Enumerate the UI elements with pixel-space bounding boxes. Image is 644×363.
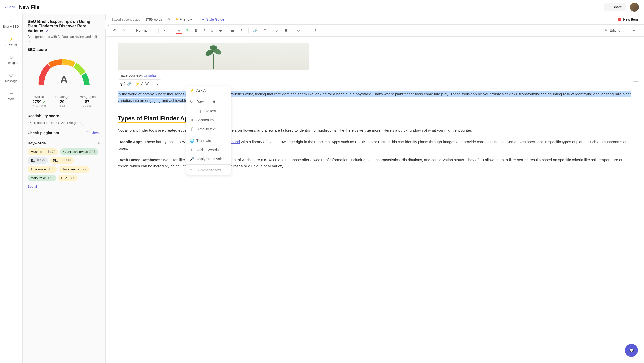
target-icon: ◎ bbox=[8, 18, 13, 23]
link-button[interactable]: 🔗 bbox=[252, 27, 259, 34]
style-guide-button[interactable]: ✦ Style Guide bbox=[202, 17, 224, 21]
stat-words-val: 2759 bbox=[32, 100, 42, 104]
chevron-down-icon: ⌄ bbox=[622, 28, 625, 32]
chevron-left-icon: ‹ bbox=[5, 5, 6, 9]
external-link-icon[interactable]: ↗ bbox=[45, 29, 49, 33]
underline-button[interactable]: U bbox=[209, 27, 215, 34]
collapse-sidebar-button[interactable]: ‹ bbox=[105, 20, 111, 29]
brief-title: SEO Brief : Expert Tips on Using Plant F… bbox=[28, 19, 100, 33]
editing-mode-select[interactable]: ✎ Editing ⌄ bbox=[601, 27, 628, 34]
back-button[interactable]: ‹ Back bbox=[5, 5, 15, 9]
leftbar-ai-images[interactable]: ▢ AI Images bbox=[0, 51, 22, 69]
tone-selector[interactable]: Friendly ⌄ bbox=[176, 17, 196, 21]
chevron-down-icon: ⌄ bbox=[149, 28, 152, 32]
readability-title: Readability score bbox=[28, 114, 100, 118]
topbar: ‹ Back New File ⇧ Share bbox=[0, 0, 644, 14]
new-item-label: New Item bbox=[623, 17, 638, 21]
dd-keywords[interactable]: ✦Add keywords bbox=[186, 145, 231, 154]
stat-headings-val: 20 bbox=[55, 100, 69, 104]
editor-toolbar: ↶ ↷ Normal ⌄ ≡⌄ A ✎ B I U S ☰ ⒈ bbox=[106, 25, 644, 37]
dd-translate[interactable]: 🌐Translate bbox=[186, 136, 231, 145]
see-all-link[interactable]: See all bbox=[28, 185, 100, 188]
keyword-tag[interactable]: Rose seeds3 / 2 bbox=[59, 166, 90, 173]
avatar[interactable] bbox=[630, 3, 639, 12]
link-icon[interactable]: 🔗 bbox=[127, 82, 131, 86]
dd-ask-ai[interactable]: ⚡Ask AI bbox=[186, 86, 231, 95]
keyword-tag[interactable]: Ear0 / 25 bbox=[28, 157, 48, 164]
sparkle-icon: ✦ bbox=[202, 17, 205, 21]
leftbar-label: Message bbox=[5, 79, 17, 83]
edit-icon[interactable]: ✎ bbox=[97, 141, 100, 145]
more-toolbar-button[interactable]: ⋯ bbox=[631, 27, 638, 34]
undo-button[interactable]: ↶ bbox=[112, 27, 118, 34]
message-icon: 💬 bbox=[9, 73, 14, 78]
dd-simplify[interactable]: ⓘSimplify text bbox=[186, 124, 231, 134]
improve-icon: ↗ bbox=[190, 109, 194, 113]
keyword-tag[interactable]: Matsutake4 / 3 bbox=[28, 175, 56, 182]
keywords-title: Keywords bbox=[28, 141, 46, 145]
ai-writer-label: AI Writer bbox=[141, 82, 155, 86]
video-button[interactable]: ▷ bbox=[274, 27, 280, 34]
editing-label: Editing bbox=[610, 28, 620, 32]
export-button[interactable]: ⬇ bbox=[313, 27, 319, 34]
emoji-button[interactable]: ☺ bbox=[295, 27, 302, 34]
ai-dropdown: ⚡Ask AI ↻Rewrite text ↗Improve text ⇥Sho… bbox=[186, 86, 231, 175]
dd-improve[interactable]: ↗Improve text bbox=[186, 106, 231, 115]
dd-rewrite[interactable]: ↻Rewrite text bbox=[186, 97, 231, 106]
redo-button[interactable]: ↷ bbox=[121, 27, 127, 34]
dd-brand-voice[interactable]: 🎤Apply brand voice bbox=[186, 154, 231, 163]
translate-icon: 🌐 bbox=[190, 139, 194, 143]
chevron-down-icon: ⌄ bbox=[156, 82, 159, 86]
add-block-button[interactable]: + bbox=[633, 76, 639, 82]
editor-body[interactable]: Image courtesy: Unsplash 💬 🔗 ⚡ AI Writer… bbox=[106, 37, 644, 363]
stat-headings-label: Headings bbox=[55, 95, 69, 99]
dd-shorten[interactable]: ⇥Shorten text bbox=[186, 115, 231, 124]
leftbar-ai-writer[interactable]: ⚡ AI Writer bbox=[0, 32, 22, 51]
stat-paragraphs-label: Paragraphs bbox=[79, 95, 96, 99]
tone-label: Friendly bbox=[179, 17, 192, 21]
clear-format-button[interactable]: Ⱦ bbox=[305, 27, 310, 34]
leftbar-more[interactable]: ⋯ More bbox=[0, 87, 22, 105]
stat-words-label: Words bbox=[32, 95, 46, 99]
share-button[interactable]: ⇧ Share bbox=[604, 3, 626, 11]
new-item-indicator[interactable]: New Item bbox=[618, 17, 638, 21]
dd-summarize[interactable]: ≡Summarize text bbox=[186, 166, 231, 175]
leftbar-label: Brief + SEO bbox=[3, 25, 19, 28]
align-button[interactable]: ≡⌄ bbox=[162, 27, 170, 34]
italic-button[interactable]: I bbox=[202, 27, 206, 34]
paragraph-style-select[interactable]: Normal ⌄ bbox=[133, 27, 155, 34]
bold-button[interactable]: B bbox=[194, 27, 199, 34]
keyword-tag[interactable]: Plant88 / 18 bbox=[50, 157, 74, 164]
text-color-button[interactable]: A bbox=[176, 27, 181, 34]
saved-status: Saved seconds ago bbox=[112, 18, 140, 21]
strikethrough-button[interactable]: S bbox=[218, 27, 223, 34]
check-icon: ✓ bbox=[43, 100, 46, 104]
keyword-tag[interactable]: Mushroom8 / 14 bbox=[28, 148, 58, 155]
check-label: Check bbox=[90, 131, 100, 135]
normal-label: Normal bbox=[136, 28, 147, 32]
caption-link[interactable]: Unsplash bbox=[144, 73, 158, 77]
leftbar: ◎ Brief + SEO ⚡ AI Writer ▢ AI Images 💬 … bbox=[0, 14, 23, 363]
leftbar-message[interactable]: 💬 Message bbox=[0, 69, 22, 87]
eye-icon[interactable]: 👁 bbox=[167, 17, 171, 21]
leftbar-label: AI Images bbox=[4, 61, 18, 65]
numbered-list-button[interactable]: ⒈ bbox=[239, 27, 245, 34]
keyword-tag[interactable]: Giant swallowtail3 / 3 bbox=[60, 148, 98, 155]
keywords-icon: ✦ bbox=[190, 148, 194, 152]
bullet-list-button[interactable]: ☰ bbox=[229, 27, 236, 34]
image-icon: ▢ bbox=[9, 55, 14, 60]
keyword-tag[interactable]: True morel3 / 1 bbox=[28, 166, 57, 173]
image-button[interactable]: ▢⌄ bbox=[262, 27, 271, 34]
check-plagiarism-button[interactable]: 🛡 Check bbox=[86, 131, 100, 135]
ai-writer-button[interactable]: ⚡ AI Writer ⌄ bbox=[135, 82, 159, 86]
highlight-button[interactable]: ✎ bbox=[185, 27, 191, 34]
chat-support-button[interactable]: 💬 bbox=[625, 344, 638, 357]
table-button[interactable]: ⊞⌄ bbox=[283, 27, 292, 34]
red-dot-icon bbox=[618, 18, 621, 21]
seo-score-title: SEO score bbox=[28, 47, 100, 52]
comment-icon[interactable]: 💬 bbox=[120, 82, 125, 86]
leftbar-brief-seo[interactable]: ◎ Brief + SEO bbox=[0, 14, 22, 32]
keyword-tag[interactable]: Rue3 / 6 bbox=[58, 175, 77, 182]
stat-headings-range: 8-12 bbox=[55, 104, 69, 107]
word-count: 2759 words bbox=[145, 18, 162, 21]
